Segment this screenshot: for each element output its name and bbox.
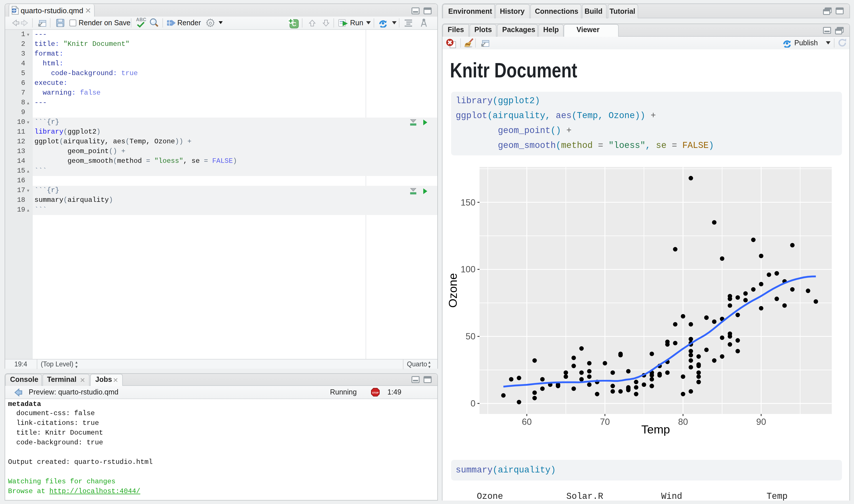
svg-text:STOP: STOP [372, 391, 379, 394]
svg-text:60: 60 [522, 417, 532, 427]
svg-text:90: 90 [756, 417, 766, 427]
svg-text:100: 100 [460, 264, 475, 274]
svg-text:150: 150 [460, 198, 475, 208]
svg-text:50: 50 [466, 331, 475, 341]
svg-text:Ozone: Ozone [446, 273, 459, 308]
svg-text:70: 70 [600, 417, 610, 427]
svg-text:80: 80 [678, 417, 688, 427]
svg-text:0: 0 [471, 398, 475, 409]
svg-text:Temp: Temp [641, 423, 670, 436]
